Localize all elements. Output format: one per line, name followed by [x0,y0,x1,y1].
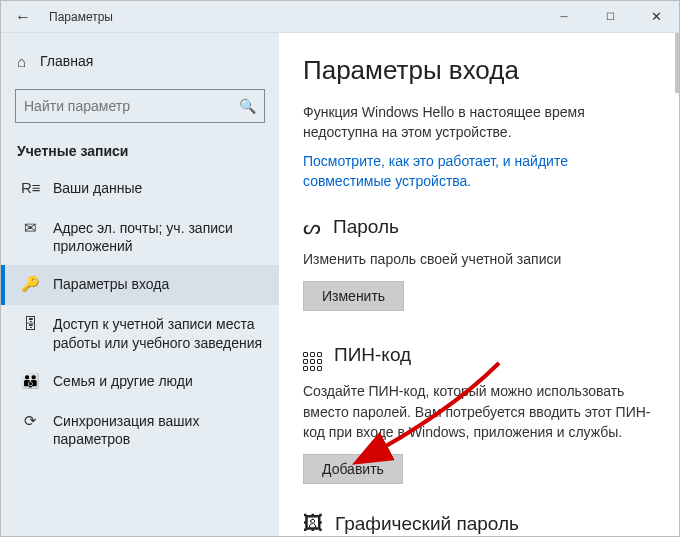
pin-title: ПИН-код [334,344,411,366]
password-icon: ᔕ [303,215,321,239]
password-header: ᔕ Пароль [303,215,655,239]
sidebar-item-label: Семья и другие люди [53,372,193,390]
picture-password-icon: 🖼 [303,512,323,535]
password-description: Изменить пароль своей учетной записи [303,249,655,269]
sync-icon: ⟳ [21,412,39,430]
page-title: Параметры входа [303,55,655,86]
home-icon: ⌂ [17,53,26,70]
maximize-button[interactable]: ☐ [587,1,633,33]
sidebar-item-email-accounts[interactable]: ✉ Адрес эл. почты; уч. записи приложений [1,209,279,265]
titlebar: ← Параметры ─ ☐ ✕ [1,1,679,33]
picture-password-header: 🖼 Графический пароль [303,512,655,535]
key-icon: 🔑 [21,275,39,293]
password-title: Пароль [333,216,399,238]
sidebar-item-signin-options[interactable]: 🔑 Параметры входа [1,265,279,305]
sidebar-item-family[interactable]: 👪 Семья и другие люди [1,362,279,402]
home-link[interactable]: ⌂ Главная [1,41,279,81]
close-button[interactable]: ✕ [633,1,679,33]
nav-list: R≡ Ваши данные ✉ Адрес эл. почты; уч. за… [1,169,279,458]
picture-password-title: Графический пароль [335,513,519,535]
search-box[interactable]: 🔍 [15,89,265,123]
sidebar-item-label: Доступ к учетной записи места работы или… [53,315,265,351]
your-info-icon: R≡ [21,179,39,197]
body: ⌂ Главная 🔍 Учетные записи R≡ Ваши данны… [1,33,679,536]
family-icon: 👪 [21,372,39,390]
sidebar-item-label: Параметры входа [53,275,169,293]
sidebar-item-sync[interactable]: ⟳ Синхронизация ваших параметров [1,402,279,458]
app-title: Параметры [45,10,113,24]
content-pane: Параметры входа Функция Windows Hello в … [279,33,679,536]
email-icon: ✉ [21,219,39,237]
add-pin-button[interactable]: Добавить [303,454,403,484]
minimize-button[interactable]: ─ [541,1,587,33]
sidebar-item-your-info[interactable]: R≡ Ваши данные [1,169,279,209]
hello-description: Функция Windows Hello в настоящее время … [303,102,655,143]
search-input[interactable] [24,98,239,114]
sidebar: ⌂ Главная 🔍 Учетные записи R≡ Ваши данны… [1,33,279,536]
home-label: Главная [40,53,93,69]
pin-header: ПИН-код [303,339,655,371]
hello-link[interactable]: Посмотрите, как это работает, и найдите … [303,151,655,192]
briefcase-icon: 🗄 [21,315,39,333]
section-header: Учетные записи [1,137,279,169]
change-password-button[interactable]: Изменить [303,281,404,311]
pin-icon [303,339,322,371]
pin-description: Создайте ПИН-код, который можно использо… [303,381,655,442]
search-icon: 🔍 [239,98,256,114]
sidebar-item-work-school[interactable]: 🗄 Доступ к учетной записи места работы и… [1,305,279,361]
back-button[interactable]: ← [1,1,45,33]
search-container: 🔍 [1,81,279,137]
sidebar-item-label: Ваши данные [53,179,142,197]
sidebar-item-label: Синхронизация ваших параметров [53,412,265,448]
settings-window: ← Параметры ─ ☐ ✕ ⌂ Главная 🔍 Учетные за… [0,0,680,537]
sidebar-item-label: Адрес эл. почты; уч. записи приложений [53,219,265,255]
